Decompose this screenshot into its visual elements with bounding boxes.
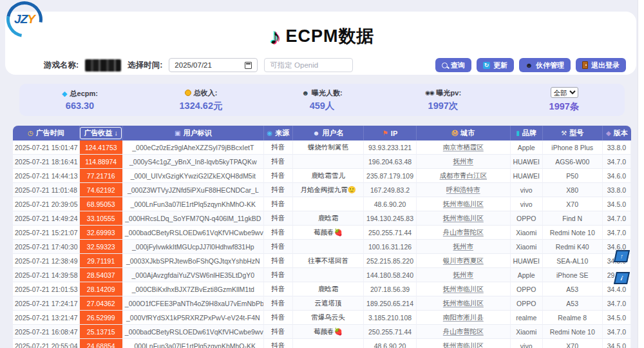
city-link[interactable]: 抚州市临川区 (443, 299, 484, 307)
partner-manage-button[interactable]: 伙伴管理 (519, 58, 571, 72)
cell-version: 34.5.0 (603, 339, 631, 348)
city-link[interactable]: 抚州市 (453, 242, 474, 250)
cell-city[interactable]: 抚州市临川区 (417, 197, 511, 211)
calendar-icon[interactable] (245, 62, 252, 69)
cell-user (293, 155, 364, 169)
model-icon (561, 130, 567, 137)
city-link[interactable]: 南阳市淅川县 (443, 313, 484, 321)
city-link[interactable]: 抚州市临川区 (443, 285, 484, 293)
city-link[interactable]: 舟山市普陀区 (443, 228, 484, 236)
table-body: 2025-07-21 15:01:47124.41753_000eCz0zEz9… (13, 140, 631, 348)
cell-city[interactable]: 成都市青白江区 (417, 169, 511, 183)
cell-city[interactable]: 呼和浩特市 (417, 183, 511, 197)
cell-model: Realme 8 (543, 311, 603, 325)
filter-select[interactable]: 全部 (551, 87, 578, 98)
cell-ip: 207.18.56.39 (364, 282, 417, 296)
scrollbar[interactable] (638, 0, 644, 348)
cell-source: 抖音 (264, 226, 293, 240)
header-buttons: 查询更新伙伴管理退出登录 (435, 58, 626, 72)
coin-icon (185, 90, 191, 96)
city-link[interactable]: 抚州市临川区 (443, 214, 484, 222)
cell-city[interactable]: 舟山市普陀区 (417, 325, 511, 339)
table-row: 2025-07-21 21:01:5328.14209_000CBiKxlhxB… (13, 282, 631, 296)
cell-city[interactable]: 抚州市临川区 (417, 211, 511, 226)
city-link[interactable]: 抚州市 (453, 271, 474, 278)
city-link[interactable]: 南京市栖霞区 (443, 143, 484, 151)
cell-city[interactable]: 南阳市淅川县 (417, 311, 511, 325)
city-link[interactable]: 舟山市普陀区 (443, 327, 484, 335)
col-header-revenue[interactable]: 广告收益 ↓ (80, 126, 123, 140)
cell-openid: _000badCBetyRSLOEDw61VqKfVHCwbe9wv (123, 226, 264, 240)
cell-source: 抖音 (264, 197, 293, 211)
cell-time: 2025-07-21 11:01:48 (13, 183, 80, 197)
cell-city[interactable]: 舟山市普陀区 (417, 226, 511, 240)
cell-version: 34.6.0 (603, 169, 631, 183)
stat-income: 总收入: 1324.62元 (140, 88, 261, 112)
back-to-top-button[interactable]: ↑ (614, 250, 630, 262)
source-icon (267, 130, 272, 137)
partner-icon (526, 62, 533, 69)
cell-city[interactable]: 抚州市 (417, 155, 511, 169)
button-label: 更新 (493, 61, 507, 70)
cell-city[interactable]: 抚州市临川区 (417, 282, 511, 296)
table-row: 2025-07-21 15:01:47124.41753_000eCz0zEz9… (13, 140, 631, 155)
city-link[interactable]: 抚州市临川区 (443, 200, 484, 208)
info-button[interactable]: i (614, 272, 630, 284)
col-header-user: 用户名 (293, 126, 364, 140)
table-row: 2025-07-21 12:38:4929.71191_0003XJkbSPRJ… (13, 254, 631, 268)
city-link[interactable]: 银川市西夏区 (443, 256, 484, 264)
cell-source: 抖音 (264, 140, 293, 155)
refresh-button[interactable]: 更新 (477, 58, 514, 72)
cell-source: 抖音 (264, 311, 293, 325)
cell-city[interactable]: 抚州市 (417, 268, 511, 282)
openid-input[interactable] (264, 58, 353, 72)
city-link[interactable]: 抚州市 (453, 157, 474, 165)
stat-count: 全部 1997条 (504, 87, 625, 113)
logout-button[interactable]: 退出登录 (576, 58, 626, 72)
cell-time: 2025-07-21 17:24:17 (13, 296, 80, 311)
date-picker-input[interactable]: 2025/07/21 (169, 58, 258, 72)
cell-user (293, 339, 364, 348)
eyes-icon (425, 90, 434, 96)
cell-revenue: 114.88974 (80, 155, 123, 169)
page-header: ♪ ECPM数据 (0, 24, 644, 48)
table-row: 2025-07-21 14:44:1377.21716_000l_UIVxGzi… (13, 169, 631, 183)
cell-city[interactable]: 抚州市 (417, 240, 511, 254)
cell-city[interactable]: 抚州市临川区 (417, 339, 511, 348)
date-label: 选择时间: (128, 60, 162, 71)
table-row: 2025-07-21 17:24:1727.04362_000O1fCFEE3P… (13, 296, 631, 311)
cell-ip: 48.6.90.20 (364, 339, 417, 348)
stat-viewers-value: 459人 (310, 100, 335, 112)
city-link[interactable]: 抚州市临川区 (443, 342, 484, 348)
col-header-ip: IP (364, 126, 417, 140)
cell-brand: vivo (511, 183, 543, 197)
cell-city[interactable]: 抚州市临川区 (417, 296, 511, 311)
refresh-icon (483, 62, 490, 69)
city-link[interactable]: 呼和浩特市 (446, 186, 480, 193)
cell-source: 抖音 (264, 240, 293, 254)
table-row: 2025-07-21 18:16:41114.88974_000yS4c1gZ_… (13, 155, 631, 169)
cell-city[interactable]: 南京市栖霞区 (417, 140, 511, 155)
city-link[interactable]: 成都市青白江区 (440, 171, 488, 179)
col-header-brand: 品牌 (511, 126, 543, 140)
clock-icon (28, 130, 33, 137)
page-title: ECPM数据 (285, 24, 374, 48)
cell-model: iPhone SE (543, 268, 603, 282)
query-button[interactable]: 查询 (435, 58, 471, 72)
cell-model: iPhone 8 Plus (543, 140, 603, 155)
cell-source: 抖音 (264, 296, 293, 311)
diamond-icon (62, 90, 67, 97)
cell-source: 抖音 (264, 211, 293, 226)
col-header-model: 型号 (543, 126, 603, 140)
cell-user: 雷爆乌云头 (293, 311, 364, 325)
cell-user: 莓颜春🍓 (293, 325, 364, 339)
cell-city[interactable]: 银川市西夏区 (417, 254, 511, 268)
stat-viewers: 曝光人数: 459人 (261, 88, 383, 112)
stat-ecpm-label: 总ecpm: (62, 89, 98, 99)
cell-version: 33.8.0 (603, 183, 631, 197)
stat-pv-label-text: 曝光pv: (437, 88, 462, 98)
cell-model: Redmi Note 10 (543, 325, 603, 339)
table-row: 2025-07-21 14:49:2433.10555_000HRcsLDq_S… (13, 211, 631, 226)
button-label: 伙伴管理 (536, 61, 564, 70)
cell-brand: OPPO (511, 211, 543, 226)
